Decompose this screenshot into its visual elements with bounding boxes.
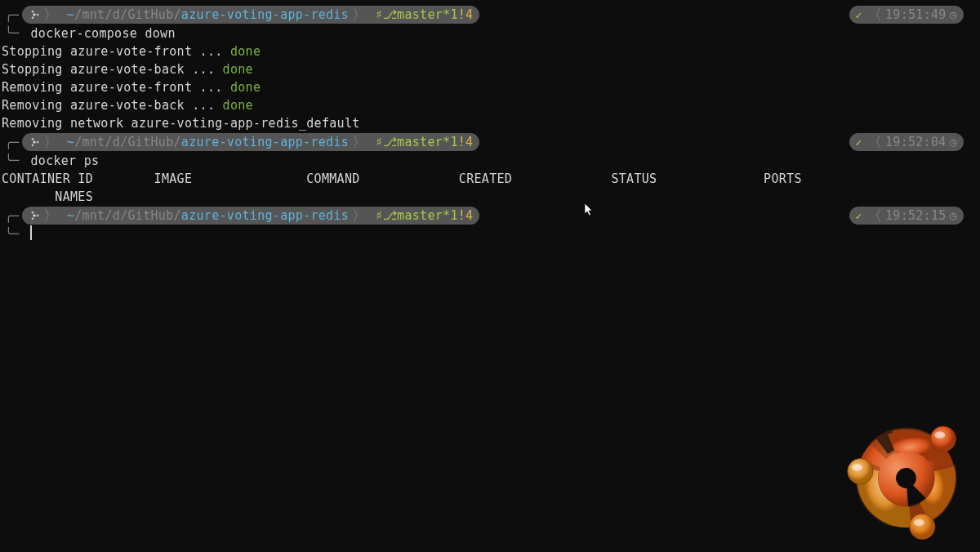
output-line: Removing azure-vote-front ... done xyxy=(0,78,980,96)
prompt-path-pill: 〉 ~ /mnt/d/GitHub/azure-voting-app-redis… xyxy=(22,207,479,225)
connector-top-icon: ╭─ xyxy=(0,134,19,150)
sep-icon: 〉 xyxy=(43,208,58,223)
command-text: docker ps xyxy=(30,152,99,170)
prompt-right: ✓ 〉 19:52:04 ◷ xyxy=(849,133,964,151)
command-line-1: ╰─ docker-compose down xyxy=(0,24,980,42)
svg-point-7 xyxy=(32,145,34,147)
path-tilde: ~ xyxy=(67,135,74,149)
svg-point-1 xyxy=(37,14,39,16)
command-input-line[interactable]: ╰─ xyxy=(0,225,980,243)
output-text: Stopping azure-vote-back ... xyxy=(2,62,223,77)
connector-top-icon: ╭─ xyxy=(0,207,19,224)
sep-icon: 〉 xyxy=(352,135,367,149)
svg-point-17 xyxy=(852,464,862,470)
branch-icon: ⎇ xyxy=(383,7,397,22)
ubuntu-icon xyxy=(29,136,40,148)
path-mnt: /mnt xyxy=(74,208,105,223)
prompt-line-2: ╭─ 〉 ~ /mnt/d/GitHub/azure-voting-app-re… xyxy=(0,132,980,152)
github-icon: ♯ xyxy=(375,208,382,223)
svg-point-13 xyxy=(930,426,956,452)
path-d: d xyxy=(113,135,120,149)
output-line: Removing azure-vote-back ... done xyxy=(0,96,980,114)
output-done: done xyxy=(230,80,261,95)
path-repo: azure-voting-app-redis xyxy=(181,208,349,223)
path-sep: / xyxy=(105,208,112,223)
svg-point-6 xyxy=(32,138,34,140)
sep-icon: 〉 xyxy=(352,208,367,223)
terminal-output[interactable]: ╭─ 〉 ~ /mnt/d/GitHub/azure-voting-app-re… xyxy=(0,0,980,243)
path-sep: / xyxy=(173,135,180,149)
git-stash: *1 xyxy=(443,7,458,22)
branch-icon: ⎇ xyxy=(383,135,397,149)
branch-icon: ⎇ xyxy=(383,208,397,223)
path-d: d xyxy=(113,208,120,223)
git-branch: master xyxy=(397,208,443,223)
time-value: 19:52:04 xyxy=(885,135,947,149)
prompt-left: ╭─ 〉 ~ /mnt/d/GitHub/azure-voting-app-re… xyxy=(0,5,479,24)
connector-bottom-icon: ╰─ xyxy=(5,152,19,168)
svg-point-11 xyxy=(32,218,34,220)
command-text: docker-compose down xyxy=(30,24,175,42)
output-done: done xyxy=(230,44,261,59)
text-cursor xyxy=(30,225,32,240)
prompt-left: ╭─ 〉 ~ /mnt/d/GitHub/azure-voting-app-re… xyxy=(0,206,479,225)
path-tilde: ~ xyxy=(67,208,74,223)
output-text: Stopping azure-vote-front ... xyxy=(2,44,230,59)
time-pill: ✓ 〉 19:51:49 ◷ xyxy=(849,6,964,24)
prompt-right: ✓ 〉 19:52:15 ◷ xyxy=(849,207,964,225)
svg-point-3 xyxy=(32,17,34,20)
git-stash: *1 xyxy=(443,135,458,149)
time-pill: ✓ 〉 19:52:04 ◷ xyxy=(849,133,964,151)
git-changes: !4 xyxy=(458,135,474,149)
ubuntu-icon xyxy=(29,210,40,221)
git-branch: master xyxy=(397,7,443,22)
svg-point-5 xyxy=(37,141,39,144)
ubuntu-icon xyxy=(29,9,40,20)
path-sep: / xyxy=(105,135,112,149)
svg-point-4 xyxy=(33,140,37,144)
output-text: Removing azure-vote-back ... xyxy=(2,98,223,113)
path-github: GitHub xyxy=(127,7,173,22)
svg-point-0 xyxy=(33,13,37,16)
path-sep: / xyxy=(120,135,127,149)
path-sep: / xyxy=(105,7,112,22)
path-tilde: ~ xyxy=(67,7,74,22)
sep-icon: 〉 xyxy=(867,7,882,22)
output-text: Removing network azure-voting-app-redis_… xyxy=(2,116,360,131)
git-branch: master xyxy=(397,135,443,149)
git-stash: *1 xyxy=(443,208,458,223)
sep-icon: 〉 xyxy=(867,208,882,223)
ubuntu-logo xyxy=(839,411,973,545)
path-sep: / xyxy=(173,7,180,22)
path-mnt: /mnt xyxy=(74,135,105,149)
svg-point-18 xyxy=(914,519,924,526)
command-line-2: ╰─ docker ps xyxy=(0,152,980,170)
prompt-right: ✓ 〉 19:51:49 ◷ xyxy=(849,6,964,24)
path-repo: azure-voting-app-redis xyxy=(181,7,349,22)
prompt-left: ╭─ 〉 ~ /mnt/d/GitHub/azure-voting-app-re… xyxy=(0,132,479,152)
output-line: Removing network azure-voting-app-redis_… xyxy=(0,114,980,132)
prompt-path-pill: 〉 ~ /mnt/d/GitHub/azure-voting-app-redis… xyxy=(22,133,479,151)
connector-bottom-icon: ╰─ xyxy=(5,225,19,242)
clock-icon: ◷ xyxy=(950,7,957,22)
sep-icon: 〉 xyxy=(43,135,58,149)
clock-icon: ◷ xyxy=(950,208,957,223)
time-value: 19:51:49 xyxy=(885,7,947,22)
svg-point-8 xyxy=(33,214,37,217)
git-changes: !4 xyxy=(458,7,474,22)
svg-point-14 xyxy=(848,459,873,484)
docker-ps-header2: NAMES xyxy=(0,188,980,206)
connector-bottom-icon: ╰─ xyxy=(5,24,19,41)
sep-icon: 〉 xyxy=(43,7,58,22)
path-mnt: /mnt xyxy=(74,7,105,22)
path-sep: / xyxy=(173,208,180,223)
output-text: Removing azure-vote-front ... xyxy=(2,80,230,95)
path-github: GitHub xyxy=(127,208,173,223)
path-sep: / xyxy=(120,208,127,223)
output-line: Stopping azure-vote-front ... done xyxy=(0,42,980,60)
check-icon: ✓ xyxy=(856,9,862,21)
github-icon: ♯ xyxy=(375,7,382,22)
github-icon: ♯ xyxy=(375,135,382,149)
clock-icon: ◷ xyxy=(950,135,957,149)
prompt-line-3: ╭─ 〉 ~ /mnt/d/GitHub/azure-voting-app-re… xyxy=(0,206,980,225)
